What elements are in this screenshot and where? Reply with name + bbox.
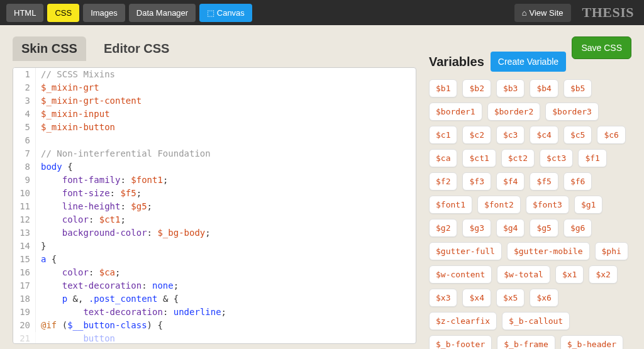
save-css-button[interactable]: Save CSS: [572, 36, 631, 59]
variable-pill[interactable]: $_b-callout: [502, 312, 570, 330]
variable-pill[interactable]: $font2: [477, 196, 521, 214]
variable-pill[interactable]: $ca: [429, 149, 457, 167]
variable-pill[interactable]: $border1: [429, 102, 482, 121]
line-number: 1: [13, 68, 36, 81]
variable-pill[interactable]: $x2: [589, 265, 617, 284]
variable-pill[interactable]: $c2: [462, 126, 491, 144]
line-number: 18: [13, 292, 36, 306]
nav-css[interactable]: CSS: [47, 4, 79, 22]
line-number: 5: [13, 121, 36, 134]
line-number: 12: [13, 213, 36, 226]
line-number: 16: [13, 266, 36, 279]
line-number: 7: [13, 147, 36, 160]
variable-pill[interactable]: $ct3: [540, 149, 573, 167]
variable-pill[interactable]: $g2: [429, 219, 457, 237]
variable-pill[interactable]: $phi: [595, 242, 628, 260]
variable-pill[interactable]: $border2: [487, 102, 541, 121]
variable-pill[interactable]: $f2: [429, 172, 457, 191]
variable-pill[interactable]: $g4: [496, 219, 525, 237]
line-number: 2: [13, 81, 36, 94]
variable-pill[interactable]: $w-content: [429, 265, 492, 284]
variable-pill[interactable]: $_b-footer: [429, 335, 492, 349]
variable-pill[interactable]: $b2: [462, 79, 491, 97]
line-number: 10: [13, 187, 36, 200]
variable-pill[interactable]: $gutter-mobile: [507, 242, 590, 260]
variable-pill[interactable]: $c3: [496, 126, 525, 144]
line-number: 11: [13, 200, 36, 213]
line-number: 14: [13, 240, 36, 253]
variable-pills: $b1$b2$b3$b4$b5$border1$border2$border3$…: [429, 79, 631, 349]
variable-pill[interactable]: $x5: [496, 289, 525, 307]
variables-panel: Variables Create Variable $b1$b2$b3$b4$b…: [429, 36, 631, 349]
variable-pill[interactable]: $c6: [597, 126, 625, 144]
variable-pill[interactable]: $border3: [545, 102, 599, 121]
line-number: 15: [13, 253, 36, 266]
variable-pill[interactable]: $f1: [578, 149, 606, 167]
variable-pill[interactable]: $font1: [429, 196, 472, 214]
variable-pill[interactable]: $c5: [564, 126, 592, 144]
variable-pill[interactable]: $b1: [429, 79, 457, 97]
variables-title: Variables: [429, 55, 484, 69]
top-nav: HTML CSS Images Data Manager ⬚ Canvas ⌂V…: [0, 0, 644, 25]
variable-pill[interactable]: $gutter-full: [429, 242, 502, 260]
variable-pill[interactable]: $x1: [555, 265, 584, 284]
line-number: 4: [13, 108, 36, 121]
view-site-button[interactable]: ⌂View Site: [514, 4, 571, 22]
tab-editor-css[interactable]: Editor CSS: [95, 36, 178, 61]
line-number: 8: [13, 160, 36, 174]
code-editor[interactable]: 1// SCSS Mixins 2$_mixin-grt 3$_mixin-gr…: [13, 67, 416, 344]
variable-pill[interactable]: $x6: [530, 289, 558, 307]
nav-html[interactable]: HTML: [6, 4, 43, 22]
line-number: 21: [13, 332, 36, 344]
variable-pill[interactable]: $g5: [530, 219, 558, 237]
tab-skin-css[interactable]: Skin CSS: [13, 36, 86, 61]
variable-pill[interactable]: $w-total: [497, 265, 550, 284]
variable-pill[interactable]: $b3: [496, 79, 525, 97]
variable-pill[interactable]: $c4: [530, 126, 558, 144]
variable-pill[interactable]: $g6: [564, 219, 592, 237]
main: Skin CSS Editor CSS 1// SCSS Mixins 2$_m…: [0, 25, 644, 349]
variable-pill[interactable]: $b5: [564, 79, 592, 97]
line-number: 17: [13, 279, 36, 292]
variable-pill[interactable]: $font3: [526, 196, 569, 214]
variable-pill[interactable]: $g1: [574, 196, 602, 214]
variable-pill[interactable]: $ct2: [501, 149, 535, 167]
logo: THESIS: [582, 4, 635, 21]
line-number: 6: [13, 134, 36, 147]
home-icon: ⌂: [522, 8, 527, 18]
variable-pill[interactable]: $f5: [530, 172, 558, 191]
create-variable-button[interactable]: Create Variable: [491, 52, 566, 72]
left-panel: Skin CSS Editor CSS 1// SCSS Mixins 2$_m…: [13, 36, 416, 349]
variable-pill[interactable]: $c1: [429, 126, 457, 144]
line-number: 13: [13, 226, 36, 240]
nav-images[interactable]: Images: [83, 4, 125, 22]
css-tabs: Skin CSS Editor CSS: [13, 36, 416, 61]
variable-pill[interactable]: $ct1: [462, 149, 496, 167]
variable-pill[interactable]: $g3: [462, 219, 491, 237]
nav-canvas[interactable]: ⬚ Canvas: [199, 4, 252, 22]
line-number: 19: [13, 306, 36, 319]
line-number: 20: [13, 319, 36, 332]
variable-pill[interactable]: $f6: [564, 172, 592, 191]
line-number: 9: [13, 174, 36, 187]
variable-pill[interactable]: $_b-frame: [497, 335, 555, 349]
variable-pill[interactable]: $f4: [496, 172, 525, 191]
nav-data-manager[interactable]: Data Manager: [129, 4, 196, 22]
variable-pill[interactable]: $x4: [462, 289, 491, 307]
variable-pill[interactable]: $z-clearfix: [429, 312, 497, 330]
variable-pill[interactable]: $x3: [429, 289, 457, 307]
variable-pill[interactable]: $b4: [530, 79, 558, 97]
line-number: 3: [13, 94, 36, 108]
variable-pill[interactable]: $f3: [462, 172, 491, 191]
view-site-label: View Site: [530, 8, 564, 18]
variable-pill[interactable]: $_b-header: [560, 335, 623, 349]
